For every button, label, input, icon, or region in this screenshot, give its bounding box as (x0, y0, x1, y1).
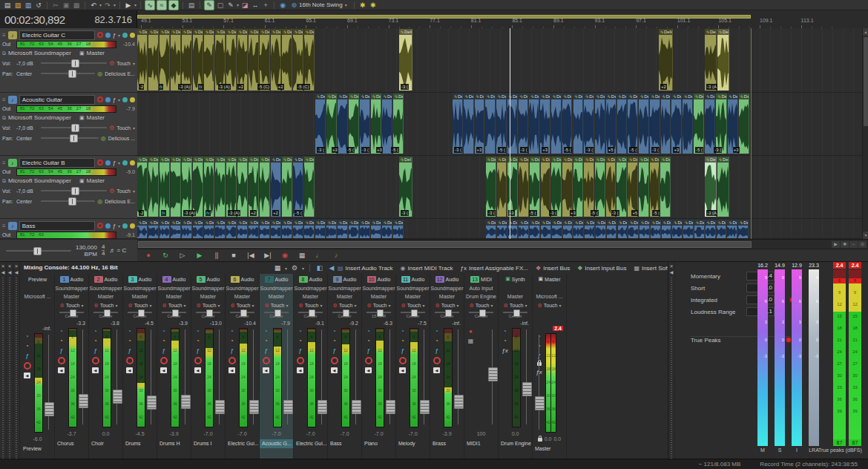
clip-slice[interactable]: ∿Del (617, 94, 628, 154)
insert-assignable-fx-button[interactable]: ƒxInsert Assignable FX... (460, 265, 528, 272)
fader-handle[interactable] (535, 396, 545, 410)
strip-name[interactable]: Choir (89, 439, 122, 448)
pan-slider[interactable] (41, 200, 95, 202)
strip-input-route[interactable]: Soundmapper (328, 284, 361, 292)
close-icon[interactable]: ✕ (7, 263, 11, 269)
volume-slider-handle[interactable] (71, 187, 79, 195)
clip-slice[interactable]: ∿Del (705, 94, 715, 154)
strip-fx-icon[interactable]: ƒ (25, 352, 28, 359)
clip-slice[interactable]: ∿Del (360, 94, 370, 154)
strip-input-route[interactable]: Soundmapper (226, 284, 259, 292)
vol-value[interactable]: -7,0 dB (16, 188, 39, 194)
strip-record-arm-icon[interactable] (433, 357, 441, 364)
strip-record-arm-icon[interactable] (263, 357, 270, 364)
loop-playback-button[interactable]: ↻ (160, 250, 171, 260)
clip-slice[interactable]: ∿Del (606, 157, 617, 217)
clip-slice[interactable]: ∿Del (338, 94, 348, 154)
close-icon[interactable]: ✕ (669, 263, 673, 269)
track-io-icon[interactable] (122, 97, 128, 102)
record-arm-icon[interactable] (97, 223, 103, 229)
clip-slice[interactable]: ∿Del (584, 94, 594, 154)
clip-slice[interactable]: ∿Delic (204, 157, 214, 217)
clip-slice[interactable]: ∿Del (661, 94, 671, 154)
metronome-button[interactable]: ♩ (314, 250, 324, 260)
strip-name[interactable]: Melody (396, 439, 430, 448)
chevron-down-icon[interactable]: ▾ (118, 223, 120, 229)
clip-slice[interactable]: ∿Delic (193, 157, 203, 217)
pan-handle[interactable] (274, 309, 281, 317)
strip-monitor-icon[interactable]: ◀ (228, 367, 235, 373)
clip-slice[interactable]: ∿Delic (171, 157, 181, 217)
strip-name[interactable]: MIDI1 (464, 439, 498, 448)
record-arm-icon[interactable] (97, 32, 103, 38)
clip-slice[interactable]: ∿Del (519, 157, 529, 217)
play-from-start-button[interactable]: ▷ (177, 250, 188, 260)
scroll-down-button[interactable]: ▼ (863, 232, 868, 239)
automation-mode[interactable]: Touch (100, 303, 114, 308)
clip-slice[interactable]: ∿Del (739, 94, 749, 154)
clip-slice[interactable]: ∿Delic (204, 29, 214, 91)
clip-segment[interactable]: ∿Del∿Del∿Del∿Del∿Del∿Del∿Del∿Del∿Del∿Del… (486, 220, 749, 238)
strip-eq-icon[interactable]: ◔ (264, 338, 268, 344)
zoom-tool-button[interactable]: ⊙ (858, 241, 867, 248)
vol-value[interactable]: -7,0 dB (16, 61, 39, 66)
strip-record-arm-icon[interactable] (24, 362, 31, 370)
strip-monitor-icon[interactable]: ◀ (399, 367, 406, 373)
strip-output-route[interactable]: Master (362, 292, 395, 301)
clip-slice[interactable]: ∿Del (628, 94, 638, 154)
mute-icon[interactable] (105, 223, 111, 229)
clip-slice[interactable]: ∿Del (382, 220, 392, 238)
clip-slice[interactable]: ∿Delic (182, 157, 192, 217)
fader-handle[interactable] (283, 400, 293, 414)
track-drag-handle[interactable]: ≡ (2, 32, 6, 39)
new-file-icon[interactable]: ▤ (3, 1, 12, 10)
clip-slice[interactable]: ∿Del (271, 220, 281, 238)
mixer-strip-choir[interactable]: 2AudioSoundmapperMaster⚙Touch▾Center-3.8… (89, 274, 123, 459)
clip-slice[interactable]: ∿Del (606, 94, 617, 154)
strip-pan-slider[interactable] (366, 312, 391, 313)
strip-record-arm-icon[interactable] (160, 357, 168, 364)
clip-slice[interactable]: ∿Del (371, 94, 381, 154)
redo-icon[interactable]: ↷ (103, 1, 112, 10)
strip-io-icon[interactable]: ◔ (162, 328, 165, 335)
clip-slice[interactable]: ∿Del (453, 94, 463, 154)
strip-fx-icon[interactable]: ƒ (401, 347, 404, 354)
chevron-down-icon[interactable]: ▾ (115, 303, 117, 308)
fader-handle[interactable] (181, 395, 191, 409)
clip-slice[interactable]: ∿Delic (260, 157, 270, 217)
automation-mode[interactable]: Touch (134, 303, 148, 308)
automation-mode[interactable]: Touch (66, 303, 80, 308)
pan-handle[interactable] (479, 309, 486, 317)
timeline-ruler[interactable]: 49.153.157.161.165.169.173.177.181.185.1… (137, 10, 868, 29)
strip-fx-icon[interactable]: ƒ (162, 347, 165, 354)
fx-chain-icon[interactable]: ƒ (113, 223, 116, 229)
stop-button[interactable]: ■ (228, 250, 239, 260)
strip-fx-icon[interactable]: ƒ (230, 347, 233, 354)
key-indicator[interactable]: ♬ = C (109, 247, 126, 254)
clip-slice[interactable]: ∿Delic (182, 29, 192, 91)
clip-slice[interactable]: ∿Del (326, 220, 337, 238)
mixer-views-icon[interactable]: ▦ (273, 263, 282, 272)
clip-slice[interactable]: ∿Del (293, 157, 303, 217)
strip-io-icon[interactable]: ◔ (93, 328, 97, 335)
clip-slice[interactable]: ∿Delic (237, 29, 248, 91)
automation-mode[interactable]: Touch (305, 303, 319, 308)
strip-output-route[interactable]: Master (55, 292, 88, 301)
strip-record-arm-icon[interactable] (58, 357, 65, 364)
clip-slice[interactable]: ∿Delic (399, 29, 412, 91)
clip-slice[interactable]: ∿Delic (137, 157, 148, 217)
mixer-strip-brass[interactable]: 12AudioSoundmapperMaster⚙Touch▾Center-in… (430, 274, 464, 459)
strip-monitor-icon[interactable]: ◀ (58, 367, 65, 373)
clip-slice[interactable]: ∿Del (628, 157, 638, 217)
clip-slice[interactable]: ∿Del (148, 220, 159, 238)
strip-record-arm-icon[interactable] (297, 357, 304, 364)
fader-handle[interactable] (454, 395, 464, 409)
strip-fx-icon[interactable]: ƒ (264, 347, 267, 354)
clip-slice[interactable]: ∿Del (728, 94, 738, 154)
clip-segment[interactable]: ∿Del∿Del∿Del∿Del+2-5 ( (271, 157, 315, 217)
chevron-down-icon[interactable]: ▾ (237, 2, 239, 7)
strip-output-route[interactable]: Microsoft ... (533, 292, 566, 301)
clip-slice[interactable]: ∿Del (640, 220, 650, 238)
mute-icon[interactable] (105, 33, 111, 38)
strip-input-route[interactable]: Soundmapper (362, 284, 395, 292)
